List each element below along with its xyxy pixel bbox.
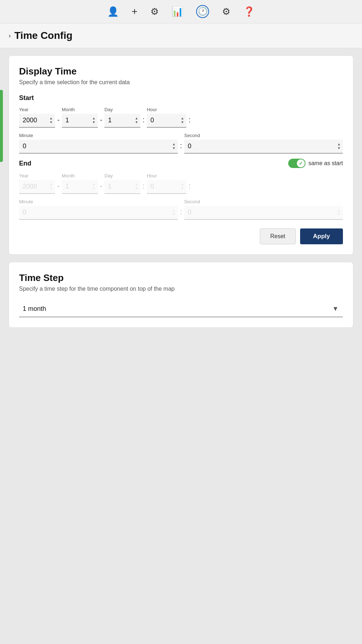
timestep-select[interactable]: 1 month 1 day 1 hour 1 week 1 year [19, 301, 343, 317]
end-day-value: 1 [108, 183, 126, 190]
start-day-spinner[interactable]: ▲ ▼ [135, 117, 138, 124]
time-step-title: Time Step [19, 272, 343, 284]
start-second-up[interactable]: ▲ [337, 142, 341, 146]
time-step-subtitle: Specify a time step for the time compone… [19, 286, 343, 292]
start-day-down[interactable]: ▼ [135, 121, 138, 124]
start-minute-group: Minute 0 ▲ ▼ [19, 133, 178, 154]
add-icon[interactable]: + [132, 6, 137, 17]
start-second-input[interactable]: 0 ▲ ▼ [184, 140, 343, 154]
end-sep-4: : [186, 182, 193, 190]
end-sep-3: : [140, 182, 147, 190]
start-minute-down[interactable]: ▼ [172, 146, 176, 150]
start-year-label: Year [19, 107, 55, 112]
end-day-down: ▼ [135, 187, 138, 190]
end-hour-down: ▼ [181, 187, 184, 190]
start-second-group: Second 0 ▲ ▼ [184, 133, 343, 154]
start-day-input[interactable]: 1 ▲ ▼ [104, 114, 140, 128]
same-as-start-label: same as start [308, 160, 343, 167]
start-minute-value: 0 [23, 142, 41, 150]
display-time-title: Display Time [19, 66, 343, 77]
start-second-down[interactable]: ▼ [337, 146, 341, 150]
start-minute-spinner[interactable]: ▲ ▼ [172, 142, 176, 150]
reset-button[interactable]: Reset [260, 228, 296, 244]
display-time-subtitle: Specify a time selection for the current… [19, 79, 343, 86]
start-month-up[interactable]: ▲ [92, 117, 96, 120]
start-year-group: Year 2000 ▲ ▼ [19, 107, 55, 128]
start-year-down[interactable]: ▼ [49, 121, 53, 124]
start-minute-up[interactable]: ▲ [172, 142, 176, 146]
display-time-card: Display Time Specify a time selection fo… [9, 55, 353, 255]
end-hour-value: 0 [150, 183, 168, 190]
start-day-label: Day [104, 107, 140, 112]
apply-button[interactable]: Apply [300, 228, 343, 244]
start-month-value: 1 [65, 117, 83, 124]
chart-icon[interactable]: 📊 [172, 6, 183, 17]
end-header: End ✓ same as start [19, 159, 343, 168]
start-year-input[interactable]: 2000 ▲ ▼ [19, 114, 55, 128]
end-day-spinner: ▲ ▼ [135, 183, 138, 190]
end-second-input: 0 ▲ ▼ [184, 206, 343, 220]
end-year-input: 2000 ▲ ▼ [19, 180, 55, 194]
start-hour-down[interactable]: ▼ [181, 121, 184, 124]
end-hour-up: ▲ [181, 183, 184, 186]
start-month-spinner[interactable]: ▲ ▼ [92, 117, 96, 124]
start-hour-up[interactable]: ▲ [181, 117, 184, 120]
start-month-down[interactable]: ▼ [92, 121, 96, 124]
end-year-down: ▼ [49, 187, 53, 190]
start-month-input[interactable]: 1 ▲ ▼ [62, 114, 98, 128]
end-minute-down: ▼ [172, 213, 176, 216]
start-day-up[interactable]: ▲ [135, 117, 138, 120]
start-month-group: Month 1 ▲ ▼ [62, 107, 98, 128]
end-month-spinner: ▲ ▼ [92, 183, 96, 190]
end-second-spinner: ▲ ▼ [337, 209, 341, 216]
clock-icon[interactable]: 🕐 [196, 5, 209, 18]
end-day-label: Day [104, 173, 140, 178]
timestep-select-wrap: 1 month 1 day 1 hour 1 week 1 year ▼ [19, 301, 343, 317]
end-label: End [19, 160, 31, 167]
sep-2: - [98, 116, 105, 124]
end-year-group: Year 2000 ▲ ▼ [19, 173, 55, 194]
end-month-input: 1 ▲ ▼ [62, 180, 98, 194]
sep-1: - [55, 116, 62, 124]
end-minute-group: Minute 0 ▲ ▼ [19, 199, 178, 220]
start-hour-input[interactable]: 0 ▲ ▼ [147, 114, 186, 128]
sep-4: : [186, 116, 193, 124]
end-second-up: ▲ [337, 209, 341, 212]
left-accent-bar [0, 90, 3, 162]
action-buttons: Reset Apply [19, 228, 343, 244]
start-hour-value: 0 [150, 117, 168, 124]
end-year-value: 2000 [23, 183, 41, 190]
end-sep-5: : [178, 208, 184, 216]
end-day-group: Day 1 ▲ ▼ [104, 173, 140, 194]
end-month-up: ▲ [92, 183, 96, 186]
start-hour-spinner[interactable]: ▲ ▼ [181, 117, 184, 124]
end-minute-spinner: ▲ ▼ [172, 209, 176, 216]
end-second-label: Second [184, 199, 343, 204]
end-year-up: ▲ [49, 183, 53, 186]
start-day-value: 1 [108, 117, 126, 124]
same-as-start-toggle[interactable]: ✓ [288, 159, 306, 168]
start-second-spinner[interactable]: ▲ ▼ [337, 142, 341, 150]
start-row-1: Year 2000 ▲ ▼ - Month 1 ▲ ▼ [19, 107, 343, 128]
end-second-group: Second 0 ▲ ▼ [184, 199, 343, 220]
end-minute-label: Minute [19, 199, 178, 204]
settings-alt-icon[interactable]: ⚙ [150, 6, 159, 17]
start-hour-label: Hour [147, 107, 186, 112]
start-month-label: Month [62, 107, 98, 112]
start-hour-group: Hour 0 ▲ ▼ [147, 107, 186, 128]
help-icon[interactable]: ❓ [243, 6, 255, 17]
start-row-2: Minute 0 ▲ ▼ : Second 0 ▲ ▼ [19, 133, 343, 154]
start-year-up[interactable]: ▲ [49, 117, 53, 120]
user-icon[interactable]: 👤 [107, 6, 119, 17]
start-second-value: 0 [188, 142, 206, 150]
start-minute-input[interactable]: 0 ▲ ▼ [19, 140, 178, 154]
end-hour-label: Hour [147, 173, 186, 178]
toggle-check-icon: ✓ [299, 160, 303, 166]
end-second-value: 0 [188, 209, 206, 216]
page-title: Time Config [14, 30, 72, 41]
gear-icon[interactable]: ⚙ [222, 6, 230, 17]
sep-5: : [178, 142, 184, 150]
start-year-spinner[interactable]: ▲ ▼ [49, 117, 53, 124]
breadcrumb-chevron[interactable]: › [9, 32, 11, 40]
end-hour-group: Hour 0 ▲ ▼ [147, 173, 186, 194]
